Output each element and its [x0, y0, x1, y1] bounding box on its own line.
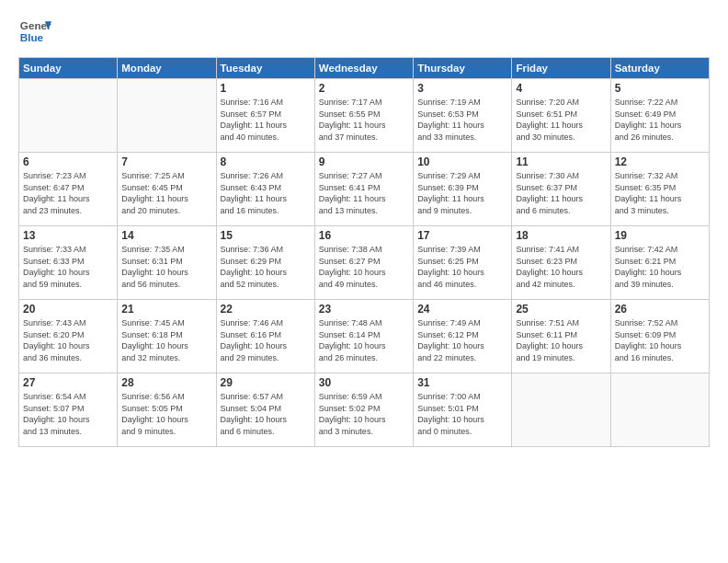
day-cell [19, 79, 118, 153]
day-cell: 22Sunrise: 7:46 AMSunset: 6:16 PMDayligh… [216, 300, 314, 373]
day-cell: 26Sunrise: 7:52 AMSunset: 6:09 PMDayligh… [610, 300, 709, 373]
week-row-5: 27Sunrise: 6:54 AMSunset: 5:07 PMDayligh… [19, 373, 710, 447]
day-cell: 10Sunrise: 7:29 AMSunset: 6:39 PMDayligh… [414, 153, 512, 226]
day-cell: 17Sunrise: 7:39 AMSunset: 6:25 PMDayligh… [414, 226, 512, 300]
day-number: 8 [221, 155, 311, 168]
day-cell: 29Sunrise: 6:57 AMSunset: 5:04 PMDayligh… [216, 373, 314, 447]
day-cell: 30Sunrise: 6:59 AMSunset: 5:02 PMDayligh… [314, 373, 413, 447]
day-number: 31 [417, 376, 507, 389]
day-cell: 1Sunrise: 7:16 AMSunset: 6:57 PMDaylight… [216, 79, 314, 153]
day-cell: 12Sunrise: 7:32 AMSunset: 6:35 PMDayligh… [610, 153, 709, 226]
day-number: 23 [319, 303, 409, 316]
day-number: 16 [319, 229, 409, 242]
day-detail: Sunrise: 6:56 AMSunset: 5:05 PMDaylight:… [121, 391, 211, 437]
day-detail: Sunrise: 7:36 AMSunset: 6:29 PMDaylight:… [221, 244, 311, 290]
day-number: 5 [615, 82, 705, 95]
day-cell: 7Sunrise: 7:25 AMSunset: 6:45 PMDaylight… [118, 153, 216, 226]
day-detail: Sunrise: 7:33 AMSunset: 6:33 PMDaylight:… [23, 244, 113, 290]
day-number: 18 [516, 229, 606, 242]
day-detail: Sunrise: 7:19 AMSunset: 6:53 PMDaylight:… [417, 97, 507, 143]
day-number: 4 [516, 82, 606, 95]
day-detail: Sunrise: 6:57 AMSunset: 5:04 PMDaylight:… [221, 391, 311, 437]
weekday-header-friday: Friday [512, 58, 610, 79]
day-number: 29 [221, 376, 311, 389]
week-row-4: 20Sunrise: 7:43 AMSunset: 6:20 PMDayligh… [19, 300, 710, 373]
day-number: 2 [319, 82, 409, 95]
day-detail: Sunrise: 6:59 AMSunset: 5:02 PMDaylight:… [319, 391, 409, 437]
day-detail: Sunrise: 7:27 AMSunset: 6:41 PMDaylight:… [319, 170, 409, 216]
day-detail: Sunrise: 7:22 AMSunset: 6:49 PMDaylight:… [615, 97, 705, 143]
day-detail: Sunrise: 7:48 AMSunset: 6:14 PMDaylight:… [319, 317, 409, 363]
day-number: 11 [516, 155, 606, 168]
weekday-header-wednesday: Wednesday [314, 58, 413, 79]
page: General Blue SundayMondayTuesdayWednesda… [0, 0, 728, 563]
logo: General Blue [18, 15, 51, 48]
day-cell: 25Sunrise: 7:51 AMSunset: 6:11 PMDayligh… [512, 300, 610, 373]
weekday-header-thursday: Thursday [414, 58, 512, 79]
day-cell: 15Sunrise: 7:36 AMSunset: 6:29 PMDayligh… [216, 226, 314, 300]
day-cell [118, 79, 216, 153]
day-number: 22 [221, 303, 311, 316]
weekday-header-saturday: Saturday [610, 58, 709, 79]
day-cell: 21Sunrise: 7:45 AMSunset: 6:18 PMDayligh… [118, 300, 216, 373]
day-number: 3 [417, 82, 507, 95]
day-detail: Sunrise: 7:17 AMSunset: 6:55 PMDaylight:… [319, 97, 409, 143]
weekday-header-row: SundayMondayTuesdayWednesdayThursdayFrid… [19, 58, 710, 79]
day-detail: Sunrise: 7:30 AMSunset: 6:37 PMDaylight:… [516, 170, 606, 216]
week-row-1: 1Sunrise: 7:16 AMSunset: 6:57 PMDaylight… [19, 79, 710, 153]
day-cell: 13Sunrise: 7:33 AMSunset: 6:33 PMDayligh… [19, 226, 118, 300]
day-number: 15 [221, 229, 311, 242]
day-number: 7 [121, 155, 211, 168]
day-detail: Sunrise: 7:29 AMSunset: 6:39 PMDaylight:… [417, 170, 507, 216]
day-number: 24 [417, 303, 507, 316]
logo-icon: General Blue [18, 15, 51, 48]
day-detail: Sunrise: 7:39 AMSunset: 6:25 PMDaylight:… [417, 244, 507, 290]
day-cell: 14Sunrise: 7:35 AMSunset: 6:31 PMDayligh… [118, 226, 216, 300]
day-cell [610, 373, 709, 447]
day-number: 9 [319, 155, 409, 168]
day-cell: 31Sunrise: 7:00 AMSunset: 5:01 PMDayligh… [414, 373, 512, 447]
day-cell: 23Sunrise: 7:48 AMSunset: 6:14 PMDayligh… [314, 300, 413, 373]
day-number: 30 [319, 376, 409, 389]
day-detail: Sunrise: 7:20 AMSunset: 6:51 PMDaylight:… [516, 97, 606, 143]
day-number: 26 [615, 303, 705, 316]
day-number: 14 [121, 229, 211, 242]
day-detail: Sunrise: 7:45 AMSunset: 6:18 PMDaylight:… [121, 317, 211, 363]
day-detail: Sunrise: 7:43 AMSunset: 6:20 PMDaylight:… [23, 317, 113, 363]
svg-text:Blue: Blue [20, 31, 44, 43]
day-cell: 4Sunrise: 7:20 AMSunset: 6:51 PMDaylight… [512, 79, 610, 153]
day-detail: Sunrise: 7:35 AMSunset: 6:31 PMDaylight:… [121, 244, 211, 290]
week-row-3: 13Sunrise: 7:33 AMSunset: 6:33 PMDayligh… [19, 226, 710, 300]
day-cell: 27Sunrise: 6:54 AMSunset: 5:07 PMDayligh… [19, 373, 118, 447]
day-number: 1 [221, 82, 311, 95]
day-cell: 6Sunrise: 7:23 AMSunset: 6:47 PMDaylight… [19, 153, 118, 226]
day-number: 28 [121, 376, 211, 389]
day-cell [512, 373, 610, 447]
day-number: 17 [417, 229, 507, 242]
day-number: 21 [121, 303, 211, 316]
day-cell: 5Sunrise: 7:22 AMSunset: 6:49 PMDaylight… [610, 79, 709, 153]
day-detail: Sunrise: 7:23 AMSunset: 6:47 PMDaylight:… [23, 170, 113, 216]
day-cell: 3Sunrise: 7:19 AMSunset: 6:53 PMDaylight… [414, 79, 512, 153]
day-cell: 18Sunrise: 7:41 AMSunset: 6:23 PMDayligh… [512, 226, 610, 300]
weekday-header-tuesday: Tuesday [216, 58, 314, 79]
day-cell: 24Sunrise: 7:49 AMSunset: 6:12 PMDayligh… [414, 300, 512, 373]
day-number: 12 [615, 155, 705, 168]
weekday-header-sunday: Sunday [19, 58, 118, 79]
day-detail: Sunrise: 7:41 AMSunset: 6:23 PMDaylight:… [516, 244, 606, 290]
day-detail: Sunrise: 7:52 AMSunset: 6:09 PMDaylight:… [615, 317, 705, 363]
day-detail: Sunrise: 6:54 AMSunset: 5:07 PMDaylight:… [23, 391, 113, 437]
day-detail: Sunrise: 7:32 AMSunset: 6:35 PMDaylight:… [615, 170, 705, 216]
day-detail: Sunrise: 7:51 AMSunset: 6:11 PMDaylight:… [516, 317, 606, 363]
day-detail: Sunrise: 7:00 AMSunset: 5:01 PMDaylight:… [417, 391, 507, 437]
day-number: 19 [615, 229, 705, 242]
day-detail: Sunrise: 7:25 AMSunset: 6:45 PMDaylight:… [121, 170, 211, 216]
calendar: SundayMondayTuesdayWednesdayThursdayFrid… [18, 57, 710, 447]
day-cell: 19Sunrise: 7:42 AMSunset: 6:21 PMDayligh… [610, 226, 709, 300]
day-number: 27 [23, 376, 113, 389]
week-row-2: 6Sunrise: 7:23 AMSunset: 6:47 PMDaylight… [19, 153, 710, 226]
day-cell: 2Sunrise: 7:17 AMSunset: 6:55 PMDaylight… [314, 79, 413, 153]
day-detail: Sunrise: 7:49 AMSunset: 6:12 PMDaylight:… [417, 317, 507, 363]
day-number: 6 [23, 155, 113, 168]
day-number: 20 [23, 303, 113, 316]
